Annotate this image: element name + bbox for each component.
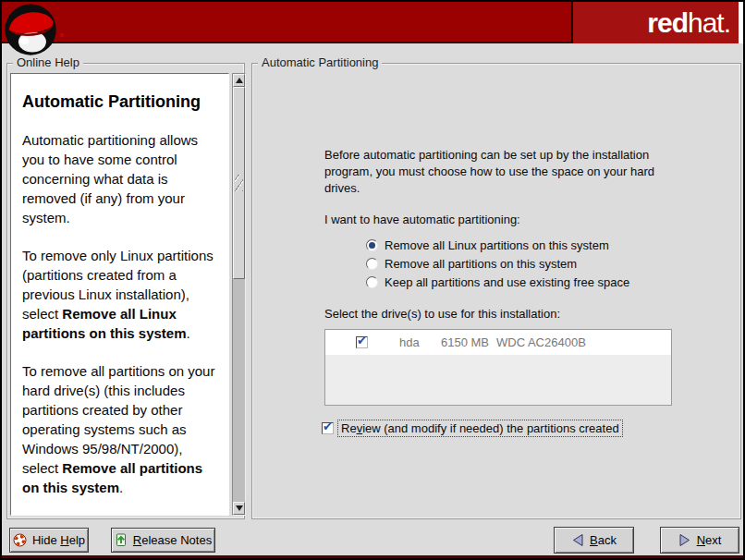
header-bar: redhat. — [2, 2, 743, 43]
scrollbar-grip-icon — [235, 175, 243, 191]
radio-label: Remove all partitions on this system — [385, 257, 577, 271]
arrow-down-icon — [236, 505, 243, 511]
hide-help-button[interactable]: Hide Help — [9, 528, 89, 553]
release-notes-button[interactable]: Release Notes — [111, 528, 215, 553]
redhat-wordmark-text: redhat. — [647, 2, 743, 43]
help-paragraph-3: To remove all partitions on your hard dr… — [22, 361, 217, 497]
automatic-partitioning-frame-label: Automatic Partitioning — [258, 55, 382, 69]
radio-button-icon — [366, 239, 378, 251]
help-p2-post: . — [187, 325, 190, 341]
back-label: Back — [590, 533, 617, 547]
radio-remove-all-partitions[interactable]: Remove all partitions on this system — [366, 254, 629, 273]
drive-checkbox[interactable]: ✔ — [356, 336, 368, 348]
redhat-shadowman-logo-icon — [4, 3, 59, 58]
logo-registered-mark — [60, 33, 64, 37]
arrow-left-icon — [571, 533, 584, 547]
help-text: Automatic Partitioning Automatic partiti… — [11, 74, 228, 516]
hide-help-label: Hide Help — [32, 533, 85, 547]
help-p3-pre: To remove all partitions on your hard dr… — [22, 363, 214, 476]
release-notes-page-icon — [115, 533, 128, 547]
radio-remove-linux-partitions[interactable]: Remove all Linux partitions on this syst… — [366, 236, 629, 254]
radio-button-icon — [366, 276, 378, 288]
intro-text: Before automatic partitioning can be set… — [324, 147, 655, 197]
radio-keep-all-partitions[interactable]: Keep all partitions and use existing fre… — [366, 273, 629, 291]
checkmark-icon: ✔ — [357, 334, 367, 347]
review-checkbox-label: Review (and modify if needed) the partit… — [338, 420, 622, 436]
hide-help-mnemonic: H — [60, 533, 68, 547]
back-post: ack — [598, 533, 617, 547]
scrollbar-down-button[interactable] — [233, 502, 245, 515]
drive-row-hda[interactable]: ✔ hda 6150 MB WDC AC26400B — [325, 330, 671, 355]
automatic-partitioning-panel: Automatic Partitioning Before automatic … — [251, 63, 741, 519]
help-title: Automatic Partitioning — [22, 92, 217, 112]
radio-label: Remove all Linux partitions on this syst… — [385, 238, 609, 252]
review-checkbox[interactable]: ✔ — [322, 422, 334, 434]
next-button[interactable]: Next — [660, 527, 739, 554]
wordmark-edge-strip — [739, 2, 743, 43]
release-notes-label: Release Notes — [133, 533, 212, 547]
brand-bold: red — [647, 7, 688, 38]
back-button[interactable]: Back — [554, 527, 634, 554]
help-p1-text: Automatic partitioning allows you to hav… — [22, 132, 198, 225]
hide-help-post: elp — [69, 533, 85, 547]
online-help-panel: Online Help Automatic Partitioning Autom… — [6, 63, 245, 519]
arrow-up-icon — [236, 78, 243, 83]
help-p3-post: . — [119, 480, 123, 495]
review-label-post: iew (and modify if needed) the partition… — [362, 421, 619, 435]
drive-select-label: Select the drive(s) to use for this inst… — [324, 307, 560, 321]
hide-help-pre: Hide — [32, 533, 60, 547]
help-paragraph-1: Automatic partitioning allows you to hav… — [22, 130, 217, 227]
drive-size: 6150 MB — [441, 335, 489, 349]
radio-label: Keep all partitions and use existing fre… — [385, 275, 629, 289]
drive-list[interactable]: ✔ hda 6150 MB WDC AC26400B — [324, 329, 672, 406]
help-text-viewport: Automatic Partitioning Automatic partiti… — [10, 73, 229, 516]
checkmark-icon: ✔ — [323, 420, 333, 433]
scrollbar-thumb[interactable] — [233, 87, 245, 279]
back-mnemonic: B — [590, 533, 598, 547]
brand-rest: hat. — [688, 7, 730, 38]
help-scrollbar[interactable] — [232, 73, 246, 516]
review-label-pre: Re — [341, 421, 357, 435]
review-partitions-checkbox-row[interactable]: ✔ Review (and modify if needed) the part… — [322, 420, 622, 436]
bottom-red-strip — [2, 555, 743, 558]
redhat-wordmark: redhat. — [571, 2, 743, 43]
scrollbar-up-button[interactable] — [233, 74, 245, 87]
drive-model: WDC AC26400B — [496, 335, 586, 349]
life-ring-icon — [13, 533, 27, 547]
drive-device: hda — [399, 335, 420, 349]
next-mnemonic: N — [697, 533, 705, 547]
partitioning-prompt: I want to have automatic partitioning: — [324, 213, 520, 226]
radio-button-icon — [366, 258, 378, 270]
next-post: ext — [705, 533, 721, 547]
arrow-right-icon — [678, 533, 691, 547]
release-notes-mnemonic: R — [133, 533, 141, 547]
release-notes-post: elease Notes — [141, 533, 212, 547]
installer-window: redhat. Online Help Automatic Partitioni… — [0, 0, 745, 560]
next-label: Next — [697, 533, 722, 547]
help-paragraph-2: To remove only Linux partitions (partiti… — [22, 246, 217, 343]
partitioning-radio-group: Remove all Linux partitions on this syst… — [366, 236, 629, 291]
